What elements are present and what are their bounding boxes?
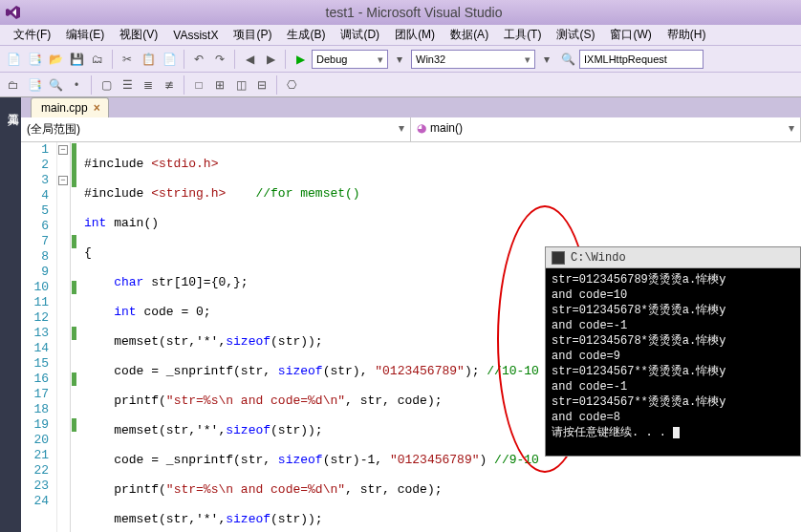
start-debug-button[interactable]: ▶ (291, 50, 310, 69)
menu-vassistx[interactable]: VAssistX (165, 27, 226, 44)
menu-data[interactable]: 数据(A) (443, 25, 496, 45)
cmd-icon (552, 251, 565, 265)
tb2-btn[interactable]: □ (189, 75, 208, 95)
console-window[interactable]: C:\Windo str=0123456789烫烫烫a.恈樉y and code… (545, 246, 801, 457)
code-text: <string.h> (151, 186, 226, 201)
save-button[interactable]: 💾 (67, 50, 86, 69)
platform-combo[interactable]: Win32 (411, 50, 535, 69)
add-item-button[interactable]: 📑 (25, 50, 44, 69)
find-button[interactable]: 🔍 (558, 50, 577, 69)
code-text: main() (106, 216, 159, 230)
code-text: ); (465, 364, 480, 378)
code-text: <stdio.h> (151, 157, 218, 171)
code-text: { (84, 245, 92, 260)
line-number: 20 (21, 433, 49, 448)
code-text: #include (84, 186, 151, 201)
code-text: int (114, 305, 136, 319)
menu-debug[interactable]: 调试(D) (333, 25, 387, 45)
code-text: sizeof (226, 423, 271, 437)
code-text: char (114, 275, 143, 289)
fold-toggle-icon[interactable]: − (58, 145, 68, 155)
change-mark (72, 327, 76, 340)
fold-column[interactable]: − − (57, 142, 71, 532)
menu-project[interactable]: 项目(P) (226, 25, 279, 45)
separator (285, 50, 286, 69)
code-text: memset(str,'*', (84, 512, 226, 526)
nav-fwd-button[interactable]: ▶ (261, 50, 280, 69)
line-number: 19 (21, 417, 49, 433)
tb2-btn[interactable]: 📑 (25, 75, 44, 95)
console-titlebar[interactable]: C:\Windo (546, 247, 800, 268)
console-line: str=0123456789烫烫烫a.恈樉y (552, 272, 794, 287)
line-number: 17 (21, 387, 49, 402)
line-number: 14 (21, 341, 49, 356)
scope-left-combo[interactable]: (全局范围) (21, 117, 411, 141)
console-line: 请按任意键继续. . . (552, 425, 794, 440)
cut-button[interactable]: ✂ (118, 50, 137, 69)
change-mark (72, 143, 76, 187)
code-text: "str=%s\n and code=%d\n" (166, 394, 345, 408)
config-combo[interactable]: Debug (312, 50, 388, 69)
scope-left-label: (全局范围) (27, 122, 80, 136)
new-project-button[interactable]: 📄 (4, 50, 23, 69)
sidebar-toolbox[interactable]: 工具箱 (0, 97, 21, 532)
menu-test[interactable]: 测试(S) (549, 25, 602, 45)
line-number: 2 (21, 158, 49, 173)
save-all-button[interactable]: 🗂 (88, 50, 107, 69)
menu-view[interactable]: 视图(V) (112, 25, 165, 45)
tb2-btn[interactable]: 🔍 (46, 75, 65, 95)
close-tab-icon[interactable]: × (94, 101, 100, 115)
menu-tools[interactable]: 工具(T) (496, 25, 549, 45)
tb2-btn[interactable]: ≣ (139, 75, 158, 95)
nav-back-button[interactable]: ◀ (240, 50, 259, 69)
tb2-btn[interactable]: 🗀 (4, 75, 23, 95)
menu-team[interactable]: 团队(M) (387, 25, 443, 45)
tb2-btn[interactable]: ≢ (160, 75, 179, 95)
menu-window[interactable]: 窗口(W) (602, 25, 659, 45)
tb2-btn[interactable]: ⊟ (252, 75, 271, 95)
line-number: 22 (21, 463, 49, 479)
undo-button[interactable]: ↶ (189, 50, 208, 69)
file-tab-main[interactable]: main.cpp × (31, 97, 109, 117)
line-number: 21 (21, 448, 49, 463)
code-text: str[10]={0,}; (143, 275, 248, 289)
menu-bar: 文件(F) 编辑(E) 视图(V) VAssistX 项目(P) 生成(B) 调… (0, 25, 801, 46)
menu-edit[interactable]: 编辑(E) (58, 25, 112, 45)
tb2-btn[interactable]: ◫ (231, 75, 250, 95)
quick-find-input[interactable]: IXMLHttpRequest (579, 50, 704, 69)
change-mark-column (71, 142, 78, 532)
menu-build[interactable]: 生成(B) (279, 25, 333, 45)
line-number: 11 (21, 295, 49, 310)
tb2-btn[interactable]: • (67, 75, 86, 95)
line-number: 12 (21, 310, 49, 326)
toolbar-secondary: 🗀 📑 🔍 • ▢ ☰ ≣ ≢ □ ⊞ ◫ ⊟ ⎔ (0, 73, 801, 97)
scope-right-combo[interactable]: ◕main() (411, 117, 801, 141)
change-mark (72, 372, 76, 386)
window-titlebar: test1 - Microsoft Visual Studio (0, 0, 801, 25)
console-line: and code=9 (552, 349, 794, 364)
separator (276, 75, 277, 95)
tb2-btn[interactable]: ▢ (97, 75, 116, 95)
tb2-btn[interactable]: ⊞ (210, 75, 229, 95)
change-mark (72, 418, 76, 432)
cursor-icon (673, 427, 680, 438)
open-button[interactable]: 📂 (46, 50, 65, 69)
code-text: (str)); (271, 423, 323, 437)
dropdown-icon: ▾ (390, 50, 409, 69)
copy-button[interactable]: 📋 (139, 50, 158, 69)
code-text: (str)); (271, 512, 323, 526)
tb2-btn[interactable]: ☰ (118, 75, 137, 95)
menu-file[interactable]: 文件(F) (6, 25, 58, 45)
change-mark (72, 235, 76, 248)
redo-button[interactable]: ↷ (210, 50, 229, 69)
code-text: printf( (84, 482, 166, 497)
tb2-btn[interactable]: ⎔ (282, 75, 301, 95)
console-line: str=012345678*烫烫烫a.恈樉y (552, 333, 794, 349)
fold-toggle-icon[interactable]: − (58, 176, 68, 185)
line-number: 13 (21, 326, 49, 341)
console-line: and code=-1 (552, 318, 794, 333)
menu-help[interactable]: 帮助(H) (660, 25, 714, 45)
line-number: 4 (21, 188, 49, 203)
code-text: (str)-1, (323, 453, 390, 467)
paste-button[interactable]: 📄 (160, 50, 179, 69)
